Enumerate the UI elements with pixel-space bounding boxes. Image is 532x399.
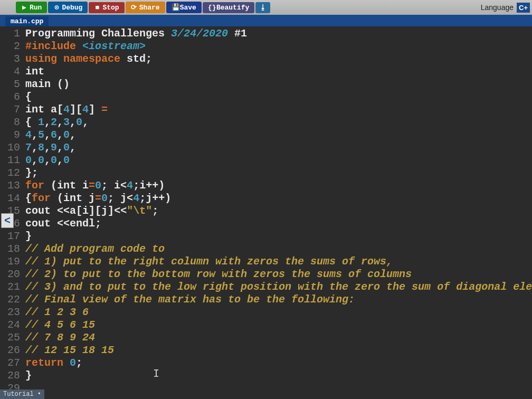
download-icon: ⭳ — [260, 4, 266, 12]
line-number: 13 — [0, 179, 25, 192]
code-editor[interactable]: 1Programming Challenges 3/24/2020 #1 2#i… — [0, 26, 532, 395]
line-number: 14 — [0, 192, 25, 205]
line-number: 21 — [0, 281, 25, 293]
line-number: 22 — [0, 293, 25, 306]
debug-label: Debug — [62, 4, 82, 12]
download-button[interactable]: ⭳ — [255, 2, 270, 13]
stop-icon: ■ — [94, 4, 100, 12]
line-number: 7 — [0, 103, 25, 116]
language-value: C+ — [517, 3, 530, 13]
language-selector[interactable]: Language C+ — [481, 3, 532, 13]
collapse-panel-button[interactable]: < — [1, 213, 14, 228]
beautify-label: Beautify — [216, 4, 249, 12]
line-number: 25 — [0, 331, 25, 344]
share-label: Share — [139, 4, 160, 12]
save-icon: 💾 — [172, 3, 178, 12]
toolbar: ▶Run ⊙Debug ■Stop ⟳Share 💾Save {}Beautif… — [0, 0, 532, 15]
beautify-icon: {} — [208, 4, 214, 12]
debug-button[interactable]: ⊙Debug — [48, 2, 88, 13]
line-number: 5 — [0, 78, 25, 91]
line-number: 19 — [0, 255, 25, 268]
beautify-button[interactable]: {}Beautify — [203, 2, 254, 13]
line-number: 20 — [0, 268, 25, 281]
line-number: 1 — [0, 27, 25, 40]
save-label: Save — [180, 4, 196, 12]
line-number: 4 — [0, 65, 25, 78]
line-number: 2 — [0, 40, 25, 53]
line-number: 27 — [0, 357, 25, 369]
share-icon: ⟳ — [131, 3, 137, 12]
line-number: 3 — [0, 53, 25, 65]
line-number: 12 — [0, 167, 25, 179]
tab-main-cpp[interactable]: main.cpp — [5, 16, 49, 26]
tab-bar: main.cpp — [0, 15, 532, 26]
tutorial-tab[interactable]: Tutorial • — [0, 390, 44, 399]
line-number: 18 — [0, 243, 25, 255]
line-number: 6 — [0, 91, 25, 103]
play-icon: ▶ — [21, 3, 27, 12]
line-number: 11 — [0, 154, 25, 167]
line-number: 26 — [0, 344, 25, 357]
line-number: 24 — [0, 319, 25, 331]
line-number: 17 — [0, 230, 25, 243]
line-number: 10 — [0, 141, 25, 154]
run-button[interactable]: ▶Run — [16, 2, 47, 13]
stop-button[interactable]: ■Stop — [89, 2, 124, 13]
run-label: Run — [30, 4, 42, 12]
stop-label: Stop — [102, 4, 119, 12]
line-number: 8 — [0, 116, 25, 129]
text-cursor-icon: 𝙸 — [153, 367, 159, 380]
share-button[interactable]: ⟳Share — [126, 2, 165, 13]
debug-icon: ⊙ — [53, 3, 60, 12]
language-label: Language — [481, 3, 514, 12]
line-number: 28 — [0, 369, 25, 382]
line-number: 23 — [0, 306, 25, 319]
line-number: 9 — [0, 129, 25, 141]
save-button[interactable]: 💾Save — [166, 2, 202, 13]
